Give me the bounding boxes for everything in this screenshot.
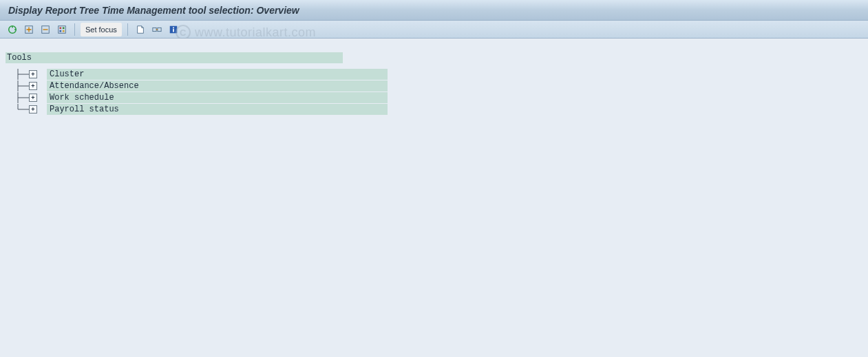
tree-lines: + [6,69,37,80]
info-icon [169,25,178,34]
expander-icon[interactable]: + [29,70,37,78]
execute-icon [8,25,17,34]
report-tree: Tools + Cluster + Attendance/Absence [6,52,862,115]
tree-item-label: Attendance/Absence [47,80,388,91]
svg-rect-8 [153,28,156,31]
svg-rect-7 [63,30,65,32]
tree-item-label: Cluster [47,69,388,80]
where-used-button[interactable] [150,23,164,36]
tree-item[interactable]: + Work schedule [6,92,862,103]
options-icon [57,25,67,34]
info-button[interactable] [167,23,180,36]
svg-rect-4 [60,27,62,29]
svg-rect-6 [60,30,62,32]
tree-children: + Cluster + Attendance/Absence + Work sc… [6,69,862,115]
toolbar-separator [127,23,128,36]
toolbar-separator [74,23,75,36]
expand-all-button[interactable] [22,23,36,36]
tree-item[interactable]: + Cluster [6,69,862,80]
tree-item-label: Payroll status [47,104,388,115]
main-area: Tools + Cluster + Attendance/Absence [0,39,868,357]
tree-root[interactable]: Tools [6,52,862,63]
tree-item-label: Work schedule [47,92,388,103]
expand-icon [24,25,34,34]
tree-lines: + [6,80,37,91]
svg-rect-9 [158,28,161,31]
tree-lines: + [6,104,37,115]
options-button[interactable] [55,23,69,36]
document-icon [136,25,145,34]
svg-rect-11 [173,27,174,28]
svg-rect-5 [63,27,65,29]
expander-icon[interactable]: + [29,82,37,90]
expander-icon[interactable]: + [29,94,37,102]
tree-root-label: Tools [6,52,343,63]
display-button[interactable] [134,23,147,36]
tree-lines: + [6,92,37,103]
execute-button[interactable] [6,23,19,36]
set-focus-button[interactable]: Set focus [81,23,122,36]
page-title: Display Report Tree Time Management tool… [8,5,299,16]
tree-item[interactable]: + Payroll status [6,104,862,115]
expander-icon[interactable]: + [29,105,37,113]
titlebar: Display Report Tree Time Management tool… [0,0,868,21]
svg-rect-3 [59,25,66,33]
where-used-icon [152,25,162,34]
collapse-icon [41,25,50,34]
toolbar: Set focus [0,21,868,39]
collapse-all-button[interactable] [39,23,52,36]
tree-item[interactable]: + Attendance/Absence [6,80,862,91]
svg-rect-12 [173,29,174,32]
